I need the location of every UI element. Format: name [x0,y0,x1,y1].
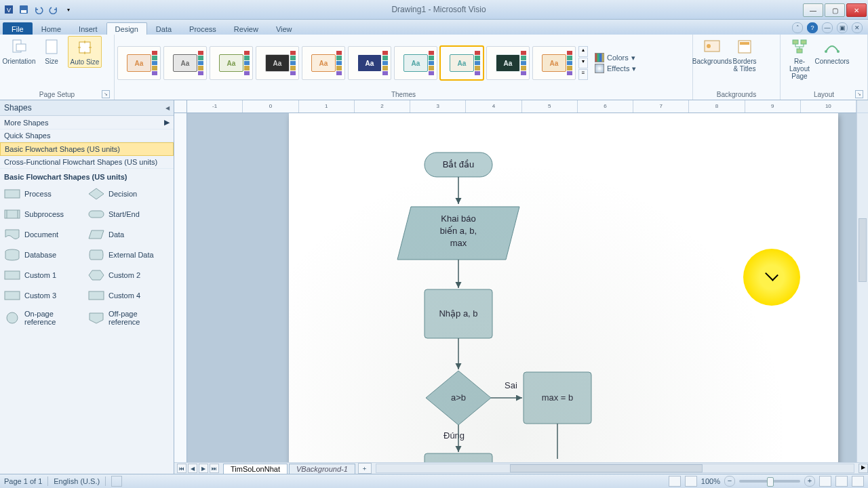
group-themes: Themes [117,90,690,100]
tab-view[interactable]: View [267,22,301,35]
shape-start-end[interactable]: Start/End [87,204,171,224]
status-language[interactable]: English (U.S.) [54,477,100,485]
vertical-scrollbar[interactable] [856,113,868,462]
theme-swatch-3[interactable]: Aa [256,46,299,80]
visio-icon[interactable]: V [3,3,15,16]
pan-zoom-icon[interactable] [835,476,848,487]
new-sheet-button[interactable]: ＋ [358,463,372,474]
tab-insert[interactable]: Insert [70,22,106,35]
hscroll-right-icon[interactable]: ▶ [859,464,868,473]
ruler-vertical[interactable] [174,113,187,462]
minimize-ribbon-icon[interactable]: ˄ [792,22,803,33]
zoom-level[interactable]: 100% [701,477,720,485]
maximize-button[interactable]: ▢ [825,3,845,17]
shape-custom-2[interactable]: Custom 2 [87,265,171,285]
theme-more-icon[interactable]: ≡ [578,69,588,80]
layout-dialog-icon[interactable]: ↘ [855,90,863,98]
sheet-tab-background[interactable]: VBackground-1 [289,464,355,474]
svg-rect-3 [21,10,26,13]
shape-custom-1[interactable]: Custom 1 [3,265,87,285]
drawing-canvas[interactable]: Bắt đầu Khai báo biến a, b, max Nhập a, … [187,113,856,462]
shape-on-page-reference[interactable]: On-page reference [3,306,87,330]
horizontal-scrollbar[interactable] [376,464,854,473]
tab-process[interactable]: Process [180,22,225,35]
tab-data[interactable]: Data [147,22,180,35]
window-restore-icon[interactable]: ▣ [837,22,848,33]
undo-icon[interactable] [33,3,45,16]
svg-rect-27 [425,152,492,177]
help-icon[interactable]: ? [807,22,818,33]
theme-swatch-0[interactable]: Aa [117,46,161,80]
zoom-out-icon[interactable]: − [724,476,735,487]
theme-swatch-5[interactable]: Aa [348,46,391,80]
shape-subprocess[interactable]: Subprocess [3,204,87,224]
window-min-icon[interactable]: — [822,22,833,33]
theme-gallery[interactable]: AaAaAaAaAaAaAaAaAaAa [117,46,576,80]
group-page-setup: Page Setup [39,91,75,98]
shape-external-data[interactable]: External Data [87,245,171,265]
backgrounds-button[interactable]: Backgrounds [696,36,728,66]
svg-text:max: max [450,238,467,248]
tab-home[interactable]: Home [33,22,70,35]
shape-data[interactable]: Data [87,224,171,245]
theme-scroll-up-icon[interactable]: ▴ [578,46,588,57]
orientation-button[interactable]: Orientation [3,36,35,66]
page-setup-dialog-icon[interactable]: ↘ [102,90,110,98]
theme-swatch-6[interactable]: Aa [394,46,437,80]
window-close-icon[interactable]: ✕ [852,22,863,33]
shape-process[interactable]: Process [3,184,87,204]
minimize-button[interactable]: — [803,3,823,17]
theme-scroll-down-icon[interactable]: ▾ [578,58,588,68]
svg-text:V: V [7,7,11,14]
shape-custom-4[interactable]: Custom 4 [87,285,171,306]
theme-swatch-9[interactable]: Aa [532,46,576,80]
quick-shapes[interactable]: Quick Shapes [0,129,174,142]
vscroll-top-btn[interactable] [856,100,868,113]
zoom-in-icon[interactable]: + [804,476,815,487]
ruler-corner [174,100,187,113]
view-normal-icon[interactable] [669,476,681,487]
connectors-button[interactable]: Connectors [816,36,848,66]
shape-database[interactable]: Database [3,245,87,265]
theme-swatch-7[interactable]: Aa [440,46,484,80]
sheet-nav[interactable]: ⏮◀▶⏭ [174,464,222,473]
macro-record-icon[interactable] [111,476,122,487]
shapes-pane: Shapes◀ More Shapes▶ Quick Shapes Basic … [0,100,174,474]
shape-off-page-reference[interactable]: Off-page reference [87,306,171,330]
svg-rect-24 [5,291,20,300]
switch-windows-icon[interactable] [852,476,864,487]
close-button[interactable]: ✕ [846,3,867,17]
stencil-cross-functional[interactable]: Cross-Functional Flowchart Shapes (US un… [0,156,174,169]
colors-button[interactable]: Colors ▾ [595,53,636,62]
shapes-pane-title[interactable]: Shapes◀ [0,100,174,116]
zoom-slider[interactable] [739,480,800,483]
theme-swatch-4[interactable]: Aa [302,46,345,80]
shape-document[interactable]: Document [3,224,87,245]
theme-swatch-1[interactable]: Aa [163,46,207,80]
effects-button[interactable]: Effects ▾ [595,64,636,73]
tab-review[interactable]: Review [225,22,267,35]
stencil-basic-flowchart[interactable]: Basic Flowchart Shapes (US units) [0,142,174,156]
tab-file[interactable]: File [3,22,33,35]
svg-rect-17 [5,190,20,198]
shape-custom-3[interactable]: Custom 3 [3,285,87,306]
ruler-horizontal[interactable]: -1012345678910 [187,100,856,113]
theme-swatch-2[interactable]: Aa [210,46,253,80]
qat-more-icon[interactable]: ▾ [62,3,75,16]
stencil-section-title: Basic Flowchart Shapes (US units) [0,169,174,182]
quick-access-toolbar: V ▾ [0,3,75,16]
borders-titles-button[interactable]: Borders & Titles [728,36,761,74]
ribbon-tabs: File Home Insert Design Data Process Rev… [0,20,868,35]
tab-design[interactable]: Design [106,22,147,35]
fit-window-icon[interactable] [819,476,831,487]
theme-swatch-8[interactable]: Aa [486,46,530,80]
relayout-button[interactable]: Re-Layout Page [783,36,816,81]
view-full-icon[interactable] [685,476,697,487]
save-icon[interactable] [18,3,30,16]
sheet-tab-main[interactable]: TimSoLonNhat [223,464,288,474]
size-button[interactable]: Size [35,36,68,66]
redo-icon[interactable] [47,3,60,16]
shape-decision[interactable]: Decision [87,184,171,204]
autosize-button[interactable]: Auto Size [68,36,102,68]
more-shapes[interactable]: More Shapes▶ [0,116,174,129]
